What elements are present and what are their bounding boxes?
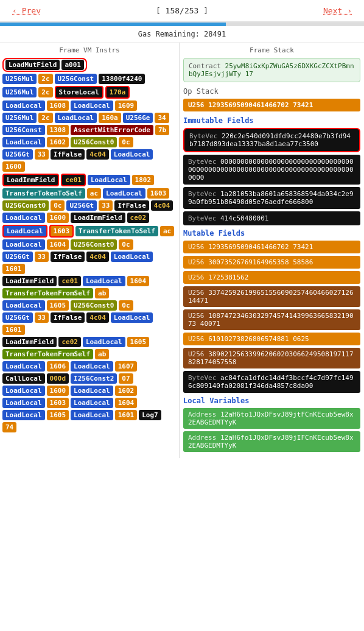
instruction-tag: TransferTokenToSelf bbox=[2, 188, 85, 199]
instr-row: LoadImmFieldce01LoadLocal1802 bbox=[2, 174, 177, 186]
instr-row: U256Const00cU256Gt33IfFalse4c04 bbox=[2, 200, 177, 211]
opstack-title: Op Stack bbox=[183, 87, 360, 96]
instr-row: U256Gt33IfFalse4c04LoadLocal1601 bbox=[2, 252, 177, 274]
instruction-tag: LoadImmField bbox=[2, 337, 57, 347]
instruction-tag: Log7 bbox=[139, 410, 161, 420]
mutable-field-u256: U256 33742592619965155609025746046602712… bbox=[183, 286, 360, 307]
instruction-tag: I256Const2 bbox=[71, 373, 117, 384]
instruction-tag: 4c04 bbox=[151, 200, 173, 211]
mutable-field-bytevec: ByteVec ac84fca1dfdc14d4f3bccf4c7d97fc14… bbox=[183, 371, 360, 393]
instruction-tag: 1601 bbox=[115, 410, 138, 420]
instr-row: LoadLocal1605LoadLocal1601Log774 bbox=[2, 410, 177, 432]
instruction-tag: 1308 bbox=[47, 125, 69, 135]
instr-row: U256Mul2cStoreLocal170a bbox=[2, 86, 177, 99]
local-variables-label: Local Variables bbox=[183, 397, 360, 405]
instr-row: LoadImmFieldce02LoadLocal1605 bbox=[2, 337, 177, 347]
instruction-tag: LoadLocal bbox=[2, 386, 45, 396]
instruction-tag: ac bbox=[160, 226, 174, 236]
next-button[interactable]: Next › bbox=[323, 6, 352, 15]
instruction-tag: 1600 bbox=[2, 161, 25, 172]
instruction-tag: 33 bbox=[35, 149, 49, 160]
instr-row: TransferTokenFromSelfab bbox=[2, 349, 177, 359]
instruction-tag: LoadLocal bbox=[55, 113, 97, 123]
instruction-tag: LoadLocal bbox=[111, 312, 153, 323]
instruction-tag: 2c bbox=[38, 74, 52, 84]
instruction-tag: LoadLocal bbox=[2, 398, 45, 408]
instruction-tag: 1606 bbox=[47, 361, 69, 372]
instruction-tag: 33 bbox=[35, 252, 49, 262]
mutable-field-u256: U256 38902125633996206020306624950819711… bbox=[183, 348, 360, 368]
instruction-tag: ab bbox=[95, 288, 109, 298]
instruction-tag: U256Mul bbox=[2, 87, 37, 97]
instruction-tag: LoadLocal bbox=[83, 276, 125, 286]
instr-row: LoadLocal1608LoadLocal1609 bbox=[2, 100, 177, 111]
instruction-tag: LoadLocal bbox=[2, 410, 45, 420]
mutable-field-u256: U256 12935695090461466702 73421 bbox=[183, 241, 360, 253]
instruction-tag: TransferTokenToSelf bbox=[75, 226, 158, 236]
instruction-tag: 1604 bbox=[115, 398, 138, 408]
right-panel: Frame Stack Contract 25ywM8iGxKpZWuGA5z6… bbox=[180, 43, 364, 458]
local-variables-list: Address 12aH6to1JQxDFsvJ89jtFCnKEcub5ew8… bbox=[183, 408, 360, 452]
instruction-tag: LoadLocal bbox=[2, 100, 45, 111]
contract-box: Contract 25ywM8iGxKpZWuGA5z6DXKGcZCXtPBm… bbox=[183, 58, 360, 82]
instruction-tag: U256Const bbox=[55, 74, 97, 84]
instruction-tag: 1605 bbox=[47, 410, 69, 420]
instruction-tag: U256Const bbox=[2, 125, 45, 135]
instruction-tag: 4c04 bbox=[86, 312, 109, 323]
instruction-tag: U256Ge bbox=[123, 113, 153, 123]
instruction-tag: U256Gt bbox=[2, 312, 33, 323]
instr-row: TransferTokenFromSelfab bbox=[2, 288, 177, 298]
instruction-tag: LoadLocal bbox=[71, 398, 113, 408]
instruction-tag: 1604 bbox=[127, 276, 150, 286]
page-indicator: [ 158/253 ] bbox=[156, 6, 208, 15]
instruction-list: LoadMutFielda001U256Mul2cU256Const13800f… bbox=[2, 58, 177, 432]
instruction-tag: 74 bbox=[2, 422, 16, 432]
instr-row: U256Const1308AssertWithErrorCode7b bbox=[2, 125, 177, 135]
immutable-field-item: ByteVec 00000000000000000000000000000000… bbox=[183, 155, 360, 185]
instruction-tag: 4c04 bbox=[86, 149, 109, 160]
instr-row: U256Gt33IfFalse4c04LoadLocal1600 bbox=[2, 149, 177, 172]
instruction-tag: IfFalse bbox=[114, 200, 149, 211]
instruction-tag: U256Gt bbox=[66, 200, 97, 211]
gas-info: Gas Remaining: 28491 bbox=[0, 26, 364, 43]
instruction-tag: 1607 bbox=[115, 361, 138, 372]
instruction-tag: a001 bbox=[61, 60, 84, 70]
instruction-tag: 34 bbox=[155, 113, 169, 123]
instruction-tag: U256Mul bbox=[2, 74, 37, 84]
instr-row: LoadLocal1603LoadLocal1604 bbox=[2, 398, 177, 408]
instruction-tag: LoadLocal bbox=[2, 225, 47, 238]
instr-row: U256Mul2cU256Const13800f4240 bbox=[2, 74, 177, 84]
instruction-tag: 1603 bbox=[49, 225, 74, 238]
instruction-tag: 0c bbox=[119, 239, 133, 250]
instr-row: TransferTokenToSelfacLoadLocal1603 bbox=[2, 188, 177, 199]
instruction-tag: 2c bbox=[38, 87, 52, 97]
instr-row: LoadLocal1600LoadImmFieldce02 bbox=[2, 213, 177, 223]
instruction-tag: ac bbox=[87, 188, 101, 199]
instruction-tag: 1600 bbox=[47, 213, 69, 223]
mutable-field-u256: U256 30073526769164965358 58586 bbox=[183, 256, 360, 269]
immutable-field-item: ByteVec 414c50480001 bbox=[183, 211, 360, 225]
instruction-tag: 0c bbox=[119, 300, 133, 311]
instruction-tag: 1601 bbox=[2, 325, 25, 335]
contract-number-value: 17 bbox=[245, 70, 253, 78]
mutable-fields-label: Mutable Fields bbox=[183, 229, 360, 238]
instruction-tag: 33 bbox=[35, 312, 49, 323]
immutable-field-item: ByteVec 1a281053ba8601a658368594da034c2e… bbox=[183, 187, 360, 209]
instruction-tag: U256Mul bbox=[2, 113, 37, 123]
contract-label: Contract bbox=[189, 62, 221, 70]
instruction-tag: 13800f4240 bbox=[99, 74, 145, 84]
instruction-tag: 1602 bbox=[47, 137, 69, 147]
instruction-tag: TransferTokenFromSelf bbox=[2, 349, 93, 359]
instruction-tag: LoadLocal bbox=[2, 137, 45, 147]
instruction-tag: LoadLocal bbox=[71, 361, 113, 372]
prev-button[interactable]: ‹ Prev bbox=[12, 6, 41, 15]
instr-row: LoadMutFielda001 bbox=[2, 58, 177, 72]
instr-row: LoadImmFieldce01LoadLocal1604 bbox=[2, 276, 177, 286]
instruction-tag: 1603 bbox=[147, 188, 170, 199]
instruction-tag: LoadImmField bbox=[2, 276, 57, 286]
navigation-header: ‹ Prev [ 158/253 ] Next › bbox=[0, 0, 364, 23]
instruction-tag: IfFalse bbox=[51, 252, 85, 262]
left-panel-title: Frame VM Instrs bbox=[2, 46, 177, 54]
instruction-tag: LoadImmField bbox=[2, 174, 59, 186]
instr-row: LoadLocal1606LoadLocal1607 bbox=[2, 361, 177, 372]
